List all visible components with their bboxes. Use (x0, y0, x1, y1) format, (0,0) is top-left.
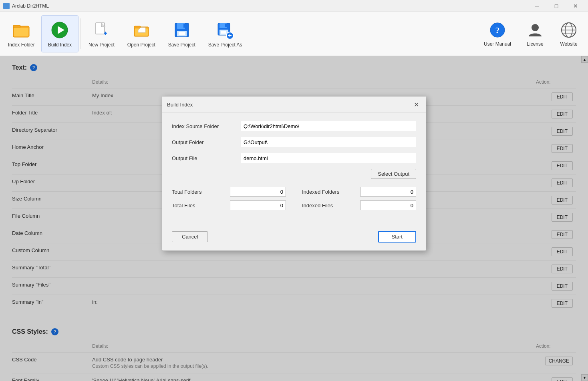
svg-point-27 (532, 24, 539, 31)
output-file-row: Output File (172, 153, 416, 163)
maximize-button[interactable]: □ (547, 0, 566, 12)
toolbar-label-license: License (527, 41, 543, 47)
indexed-folders-input (360, 187, 416, 197)
open-doc-icon (132, 20, 151, 40)
toolbar-divider-1 (80, 18, 81, 49)
total-files-input (230, 201, 286, 210)
svg-rect-1 (13, 25, 20, 28)
total-folders-input (230, 187, 286, 197)
toolbar: Index Folder Build Index New Project (0, 12, 588, 56)
index-source-input[interactable] (241, 121, 416, 131)
toolbar-label-index-folder: Index Folder (8, 42, 35, 48)
svg-text:?: ? (495, 25, 499, 35)
person-icon (526, 21, 544, 39)
save-icon (172, 20, 191, 40)
total-files-label: Total Files (172, 203, 226, 209)
toolbar-label-build-index: Build Index (48, 42, 72, 48)
indexed-folders-label: Indexed Folders (302, 189, 356, 195)
output-file-label: Output File (172, 155, 236, 161)
toolbar-item-user-manual[interactable]: ? User Manual (477, 18, 518, 49)
indexed-files-label: Indexed Files (302, 203, 356, 209)
minimize-button[interactable]: ─ (528, 0, 546, 12)
output-folder-input[interactable] (241, 137, 416, 147)
svg-rect-19 (225, 24, 227, 27)
total-folders-row: Total Folders (172, 187, 286, 197)
toolbar-label-website: Website (560, 41, 577, 47)
start-button[interactable]: Start (378, 231, 416, 243)
svg-rect-16 (179, 32, 185, 35)
modal-body: Index Source Folder Output Folder Output… (162, 113, 426, 226)
folder-icon (12, 20, 31, 40)
select-output-button[interactable]: Select Output (371, 169, 416, 179)
output-file-input[interactable] (241, 153, 416, 163)
help-icon: ? (489, 21, 506, 39)
build-icon (50, 20, 69, 40)
toolbar-right: ? User Manual License (476, 15, 586, 52)
titlebar: Arclab Dir2HTML ─ □ ✕ (0, 0, 588, 12)
titlebar-controls: ─ □ ✕ (528, 0, 585, 12)
app-icon (3, 3, 10, 9)
save-as-icon (215, 20, 235, 40)
titlebar-left: Arclab Dir2HTML (3, 3, 49, 9)
output-folder-label: Output Folder (172, 139, 236, 145)
svg-rect-21 (221, 31, 226, 34)
stats-grid: Total Folders Indexed Folders Total File… (172, 187, 416, 210)
svg-rect-2 (14, 28, 28, 36)
toolbar-item-website[interactable]: Website (553, 18, 585, 49)
close-button[interactable]: ✕ (566, 0, 585, 12)
total-folders-label: Total Folders (172, 189, 226, 195)
modal-close-button[interactable]: ✕ (411, 100, 421, 109)
app-title: Arclab Dir2HTML (12, 3, 49, 9)
globe-icon (560, 21, 578, 39)
toolbar-item-save-project-as[interactable]: Save Project As (202, 15, 249, 52)
toolbar-label-new-project: New Project (89, 42, 115, 48)
modal-overlay: Build Index ✕ Index Source Folder Output… (0, 56, 588, 381)
modal-title-bar: Build Index ✕ (162, 96, 426, 113)
toolbar-item-build-index[interactable]: Build Index (41, 15, 79, 52)
output-folder-row: Output Folder (172, 137, 416, 147)
indexed-files-row: Indexed Files (302, 201, 416, 210)
svg-rect-10 (134, 26, 141, 28)
select-output-row: Select Output (172, 169, 416, 179)
build-index-modal: Build Index ✕ Index Source Folder Output… (162, 96, 426, 251)
cancel-button[interactable]: Cancel (172, 231, 208, 242)
svg-rect-14 (183, 24, 185, 28)
toolbar-item-save-project[interactable]: Save Project (162, 15, 202, 52)
toolbar-item-open-project[interactable]: Open Project (121, 15, 162, 52)
toolbar-item-new-project[interactable]: New Project (82, 15, 121, 52)
toolbar-label-user-manual: User Manual (484, 41, 511, 47)
indexed-files-input (360, 201, 416, 210)
index-source-label: Index Source Folder (172, 123, 236, 129)
toolbar-label-save-project-as: Save Project As (208, 42, 242, 48)
toolbar-item-license[interactable]: License (519, 18, 551, 49)
new-doc-icon (92, 20, 111, 40)
toolbar-item-index-folder[interactable]: Index Folder (2, 15, 41, 52)
indexed-folders-row: Indexed Folders (302, 187, 416, 197)
modal-footer: Cancel Start (162, 226, 426, 251)
modal-title: Build Index (167, 102, 193, 108)
index-source-row: Index Source Folder (172, 121, 416, 131)
toolbar-label-open-project: Open Project (127, 42, 155, 48)
toolbar-label-save-project: Save Project (168, 42, 195, 48)
total-files-row: Total Files (172, 201, 286, 210)
